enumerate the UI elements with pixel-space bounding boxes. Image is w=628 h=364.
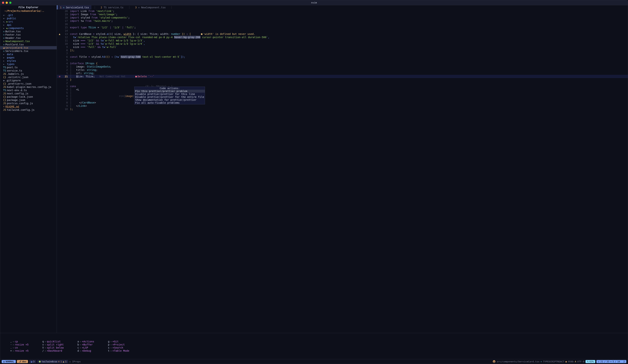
file-icon: TS xyxy=(3,69,6,72)
whichkey-binding[interactable]: a → +Actions xyxy=(76,340,94,343)
tree-item[interactable]: ◆ .gitignore xyxy=(0,79,57,82)
popup-title: Code actions: xyxy=(135,87,205,90)
lsp-status: tailwindcss ⊘ 1 ▲ 1 xyxy=(37,360,68,363)
whichkey-binding[interactable]: v → split right xyxy=(41,343,64,346)
tree-item-name: tailwind.config.js xyxy=(7,108,35,111)
whichkey-binding[interactable]: c → +LSP xyxy=(76,346,94,349)
file-icon: ✚ xyxy=(6,20,8,23)
file-explorer-path: ~/Projects/eukancelaria/.. xyxy=(0,9,57,13)
whichkey-binding[interactable]: / → +Dashboard xyxy=(41,349,64,352)
tree-item[interactable]: ⚛ PostCard.tsx xyxy=(0,43,57,46)
tab[interactable]: 1⚛ServiceCard.tsx xyxy=(57,5,91,9)
lsp-context: ⌂ IProps xyxy=(69,360,81,363)
traffic-lights xyxy=(2,2,11,4)
file-icon: ⚛ xyxy=(3,50,4,53)
file-icon: {} xyxy=(3,99,6,102)
cursor: s xyxy=(76,75,78,78)
whichkey-desc: +Buffer xyxy=(82,343,93,346)
close-icon[interactable] xyxy=(2,2,4,4)
whichkey-binding[interactable]: d → +Debug xyxy=(76,349,94,352)
whichkey-binding[interactable]: , → cp xyxy=(9,340,28,343)
tree-item[interactable]: › ▸ api xyxy=(0,23,57,26)
tree-item[interactable]: JS postcss.config.js xyxy=(0,102,57,105)
file-icon: ◆ xyxy=(3,79,4,82)
tab[interactable]: 2TSservice.ts xyxy=(98,5,126,9)
main: File Explorer ~/Projects/eukancelaria/..… xyxy=(0,5,628,333)
whichkey-key: = xyxy=(9,349,12,352)
minimize-icon[interactable] xyxy=(6,2,8,4)
tree-item[interactable]: TS next-env.d.ts xyxy=(0,89,57,92)
whichkey-binding[interactable]: t → +Table Mode xyxy=(107,349,129,352)
tree-item-name: data xyxy=(7,53,13,56)
tree-item[interactable]: JS tailwind.config.js xyxy=(0,108,57,112)
whichkey-binding[interactable]: p → +Project xyxy=(107,343,129,346)
whichkey-desc: cn xyxy=(15,346,18,349)
tree-item[interactable]: ⚛ NewComponent.tsx xyxy=(0,40,57,43)
tree-item[interactable]: {} .eslintrc.json xyxy=(0,75,57,79)
tree-item[interactable]: ⚛ Header.tsx xyxy=(0,36,57,40)
whichkey-binding[interactable]: g → +Git xyxy=(107,340,129,343)
code-area[interactable]: 20import Link from 'next/link'; 19import… xyxy=(57,9,628,333)
file-icon: ⚛ xyxy=(3,43,4,46)
tree-item[interactable]: JS next.config.js xyxy=(0,92,57,95)
code-action-item[interactable]: Disable prettier/prettier for this line xyxy=(135,93,205,96)
folder-icon: ▸ xyxy=(3,17,6,20)
whichkey-desc: +Git xyxy=(112,340,119,343)
file-explorer[interactable]: File Explorer ~/Projects/eukancelaria/..… xyxy=(0,5,57,333)
tree-item[interactable]: ⚛ Footer.tsx xyxy=(0,33,57,36)
code-action-item[interactable]: Fix all auto-fixable problems xyxy=(135,101,205,104)
whichkey-key: t xyxy=(107,349,109,352)
tree-item[interactable]: › ▸ data xyxy=(0,53,57,56)
whichkey-desc: split right xyxy=(47,343,64,346)
file-icon: TS xyxy=(3,66,6,69)
tree-item-name: styles xyxy=(7,59,16,62)
tab[interactable]: 3⚛NewComponent.tsx xyxy=(133,5,168,9)
code-action-item[interactable]: Show documentation for prettier/prettier xyxy=(135,98,205,101)
whichkey-desc: +Search xyxy=(112,346,123,349)
tree-item[interactable]: › ▸ .git xyxy=(0,13,57,17)
tree-item[interactable]: {} package-lock.json xyxy=(0,95,57,98)
tree-item[interactable]: › ▸ public xyxy=(0,17,57,20)
whichkey-binding[interactable]: - → resize +5 xyxy=(9,343,28,346)
whichkey-binding[interactable]: V → split below xyxy=(41,346,64,349)
tree-item[interactable]: JS .babelrc.js xyxy=(0,72,57,75)
tree-item[interactable]: ⌄ ▸ ✚ src xyxy=(0,20,57,23)
code-action-item[interactable]: Disable prettier/prettier for the entire… xyxy=(135,96,205,98)
window-title: nvim xyxy=(311,1,317,4)
tree-item[interactable]: TS service.ts xyxy=(0,69,57,72)
whichkey-binding[interactable]: = → resize +5 xyxy=(9,349,28,352)
whichkey-binding[interactable]: s → +Search xyxy=(107,346,129,349)
file-icon: JS xyxy=(3,85,6,88)
tree-item[interactable]: TS post.ts xyxy=(0,66,57,69)
tree-item[interactable]: › ▸ styles xyxy=(0,59,57,62)
tree-item-name: postcss.config.js xyxy=(7,102,33,105)
file-icon: {} xyxy=(3,95,6,98)
whichkey-binding[interactable]: b → +Buffer xyxy=(76,343,94,346)
tree-item-name: next.config.js xyxy=(7,92,28,95)
tree-item[interactable]: ⚛ Button.tsx xyxy=(0,30,57,33)
tree-item-name: Button.tsx xyxy=(5,30,20,33)
tree-item[interactable]: ⌄ ▸ ✚ components xyxy=(0,26,57,30)
tree-item[interactable]: ◪ ServiceCard.tsx xyxy=(0,46,57,49)
tree-item[interactable]: ⚛ ServiceHero.tsx xyxy=(0,49,57,53)
tree-item-name: .gitignore xyxy=(5,79,20,82)
whichkey-binding[interactable]: . → cn xyxy=(9,346,28,349)
folder-icon: ▸ xyxy=(3,56,6,59)
tree-item[interactable]: JS babel-plugin-macros.config.js xyxy=(0,85,57,89)
tree-item-name: api xyxy=(7,23,11,26)
tree-item[interactable]: ⌄ ▸ types xyxy=(0,62,57,66)
git-branch: ⎇dev xyxy=(17,360,28,363)
tree-item[interactable]: {} .prettierrc.json xyxy=(0,82,57,85)
tree-item[interactable]: › ▸ pages xyxy=(0,56,57,59)
whichkey-binding[interactable]: q → quicklist xyxy=(41,340,64,343)
tree-item-name: Footer.tsx xyxy=(5,33,20,36)
code-action-item[interactable]: Fix this prettier/prettier problem xyxy=(135,90,205,93)
maximize-icon[interactable] xyxy=(9,2,11,4)
line-icon: ↕ xyxy=(598,360,600,363)
whichkey-desc: resize +5 xyxy=(15,343,28,346)
file-icon: JS xyxy=(3,108,6,111)
tree-item[interactable]: {} package.json xyxy=(0,98,57,102)
tree-item[interactable]: ⬇ README.md xyxy=(0,105,57,108)
whichkey-key: q xyxy=(41,340,44,343)
context-icon: ⌂ xyxy=(69,360,72,363)
